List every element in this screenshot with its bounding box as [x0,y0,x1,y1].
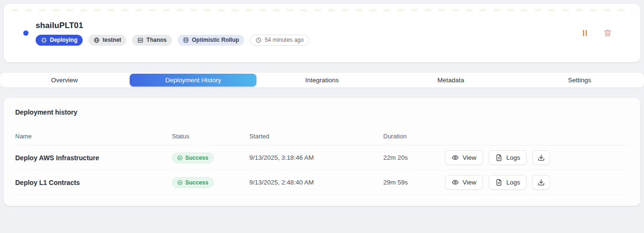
tab-overview[interactable]: Overview [1,74,128,87]
started-timestamp: 9/13/2025, 2:48:40 AM [249,179,383,186]
view-button-label: View [463,154,476,161]
duration-value: 22m 20s [383,154,445,161]
view-button-label: View [463,179,476,186]
column-header-status: Status [172,133,249,140]
duration-value: 29m 59s [383,179,445,186]
logs-button-label: Logs [506,179,520,186]
tab-bar: Overview Deployment History Integrations… [0,73,644,87]
tab-deployment-history[interactable]: Deployment History [130,74,256,87]
download-button[interactable] [532,175,550,190]
badge-row: Deploying testnet Thanos Optimistic Roll… [36,35,309,46]
page-title: shailuPLT01 [36,21,309,30]
rollup-type-badge-label: Optimistic Rollup [192,37,239,43]
check-circle-icon [177,155,183,161]
clock-icon [256,37,262,43]
deployment-name: Deploy L1 Contracts [15,179,172,186]
network-badge: testnet [88,35,126,46]
spinner-icon [41,37,47,43]
status-badge-label: Success [185,179,208,186]
deployment-history-card: Deployment history Name Status Started D… [4,98,640,206]
check-circle-icon [177,180,183,185]
download-icon [538,179,545,186]
stack-badge: Thanos [132,35,172,46]
layers-icon [183,37,189,43]
delete-deployment-button[interactable] [603,28,613,38]
logs-button[interactable]: Logs [489,175,527,190]
table-row: Deploy AWS Infrastructure Success 9/13/2… [15,146,629,170]
started-timestamp: 9/13/2025, 3:18:46 AM [249,154,383,161]
table-header-row: Name Status Started Duration [15,127,629,146]
tab-integrations[interactable]: Integrations [258,74,385,87]
table-row: Deploy L1 Contracts Success 9/13/2025, 2… [15,170,629,195]
deploy-progress-dashes [11,9,633,11]
download-button[interactable] [532,150,550,165]
column-header-started: Started [249,133,383,140]
eye-icon [452,179,459,186]
pause-icon [582,29,588,37]
file-text-icon [495,154,502,161]
eye-icon [452,154,459,161]
view-button[interactable]: View [445,150,483,165]
download-icon [538,154,545,161]
pause-deployment-button[interactable] [581,29,589,38]
trash-icon [604,29,612,37]
status-dot [23,30,28,36]
status-badge: Success [172,177,214,188]
globe-icon [94,37,100,43]
status-badge: Success [172,153,214,163]
rollup-type-badge: Optimistic Rollup [178,35,244,46]
last-updated-label: 54 minutes ago [265,37,303,43]
last-updated-badge: 54 minutes ago [250,35,309,46]
network-badge-label: testnet [103,37,121,43]
column-header-name: Name [15,133,172,140]
logs-button[interactable]: Logs [489,150,527,165]
history-section-title: Deployment history [15,108,629,116]
tab-metadata[interactable]: Metadata [388,74,514,87]
file-text-icon [495,179,502,186]
view-button[interactable]: View [445,175,483,190]
tab-settings[interactable]: Settings [516,74,643,87]
column-header-duration: Duration [383,133,445,140]
stack-badge-label: Thanos [146,37,167,43]
deployment-name: Deploy AWS Infrastructure [15,154,172,162]
deploying-status-badge: Deploying [36,35,83,46]
status-badge-label: Success [185,155,208,161]
deploying-status-label: Deploying [50,37,77,43]
logs-button-label: Logs [506,154,520,161]
deployment-header-card: shailuPLT01 Deploying testnet Thanos [4,4,640,62]
server-icon [137,37,143,43]
